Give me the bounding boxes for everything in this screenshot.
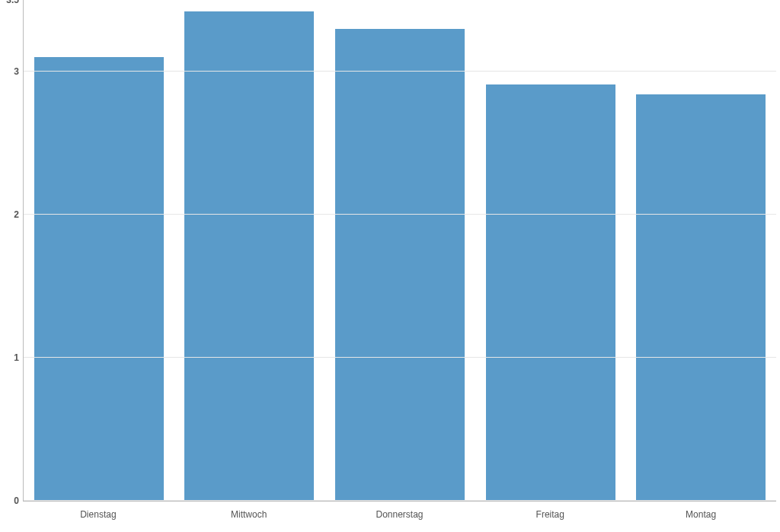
x-tick-label: Freitag xyxy=(475,502,625,532)
bars-group xyxy=(24,0,776,501)
x-axis-labels: DienstagMittwochDonnerstagFreitagMontag xyxy=(23,502,776,532)
gridline xyxy=(24,214,776,215)
gridline xyxy=(24,357,776,358)
x-tick-label: Dienstag xyxy=(23,502,174,532)
bar[interactable] xyxy=(636,94,766,501)
x-tick-label: Montag xyxy=(625,502,776,532)
y-tick-label: 2 xyxy=(14,209,19,220)
y-tick-label: 3.5 xyxy=(6,0,19,5)
bar[interactable] xyxy=(486,84,615,501)
y-tick-label: 0 xyxy=(14,495,19,506)
bar[interactable] xyxy=(335,29,465,501)
x-tick-label: Mittwoch xyxy=(174,502,324,532)
plot-area: 01233.5 xyxy=(23,0,776,502)
bar-slot xyxy=(475,0,626,501)
bar-slot xyxy=(24,0,174,501)
x-tick-label: Donnerstag xyxy=(324,502,475,532)
bar-slot xyxy=(324,0,475,501)
bar-slot xyxy=(625,0,776,501)
y-tick-label: 1 xyxy=(14,352,19,363)
chart-plot-area: 01233.5 xyxy=(23,0,776,502)
bar[interactable] xyxy=(184,11,314,501)
gridline xyxy=(24,500,776,501)
gridline xyxy=(24,71,776,72)
y-tick-label: 3 xyxy=(14,66,19,77)
bar-slot xyxy=(174,0,325,501)
bar[interactable] xyxy=(34,57,164,501)
